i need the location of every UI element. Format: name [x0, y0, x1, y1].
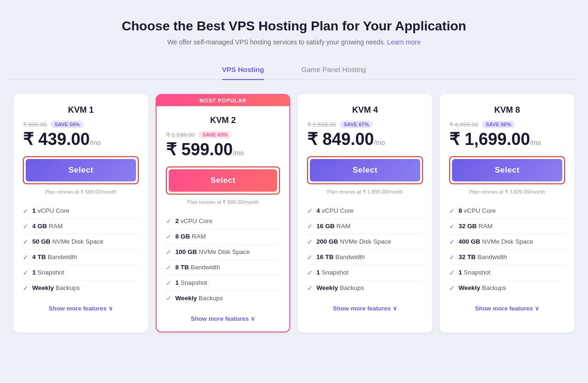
feature-item: ✓ 1 Snapshot — [166, 275, 280, 291]
popular-badge: MOST POPULAR — [157, 95, 289, 106]
feature-item: ✓ 8 vCPU Core — [449, 203, 565, 219]
check-icon: ✓ — [449, 238, 455, 246]
features-list-kvm2: ✓ 2 vCPU Core ✓ 8 GB RAM ✓ 100 GB NVMe D… — [166, 214, 280, 306]
feature-text: 32 TB Bandwidth — [459, 253, 507, 260]
show-more-kvm2[interactable]: Show more features ∨ — [166, 315, 280, 322]
original-price-kvm4: ₹ 2,599.00 — [307, 121, 336, 128]
feature-text: 1 Snapshot — [32, 269, 64, 276]
pricing-row-kvm8: ₹ 4,999.00 SAVE 66% — [449, 121, 565, 128]
check-icon: ✓ — [166, 279, 172, 287]
check-icon: ✓ — [166, 264, 172, 271]
feature-item: ✓ Weekly Backups — [449, 281, 565, 296]
feature-item: ✓ Weekly Backups — [307, 281, 423, 296]
check-icon: ✓ — [166, 217, 172, 225]
feature-item: ✓ 4 TB Bandwidth — [23, 250, 139, 265]
page-header: Choose the Best VPS Hosting Plan for You… — [9, 19, 579, 46]
original-price-kvm8: ₹ 4,999.00 — [449, 121, 478, 128]
check-icon: ✓ — [307, 207, 313, 215]
feature-text: 4 GB RAM — [32, 223, 63, 230]
show-more-kvm1[interactable]: Show more features ∨ — [23, 305, 139, 312]
check-icon: ✓ — [307, 269, 313, 276]
feature-item: ✓ 8 TB Bandwidth — [166, 260, 280, 275]
plan-name-kvm2: KVM 2 — [166, 116, 280, 125]
check-icon: ✓ — [449, 253, 455, 261]
show-more-kvm8[interactable]: Show more features ∨ — [449, 305, 565, 312]
check-icon: ✓ — [166, 295, 172, 302]
plan-name-kvm1: KVM 1 — [23, 105, 139, 115]
feature-item: ✓ 400 GB NVMe Disk Space — [449, 234, 565, 250]
features-list-kvm1: ✓ 1 vCPU Core ✓ 4 GB RAM ✓ 50 GB NVMe Di… — [23, 203, 139, 296]
feature-item: ✓ 4 vCPU Core — [307, 203, 423, 219]
feature-item: ✓ Weekly Backups — [23, 281, 139, 296]
feature-text: Weekly Backups — [175, 295, 223, 302]
feature-text: 400 GB NVMe Disk Space — [459, 238, 533, 245]
feature-text: 4 TB Bandwidth — [32, 253, 77, 260]
check-icon: ✓ — [166, 233, 172, 240]
pricing-row-kvm4: ₹ 2,599.00 SAVE 67% — [307, 121, 423, 128]
feature-text: 1 Snapshot — [316, 269, 348, 276]
plan-card-kvm2: MOST POPULAR KVM 2 ₹ 1,599.00 SAVE 63% ₹… — [156, 94, 290, 332]
feature-item: ✓ 50 GB NVMe Disk Space — [23, 234, 139, 250]
feature-text: 1 Snapshot — [175, 279, 207, 286]
learn-more-link[interactable]: Learn more — [387, 38, 421, 46]
current-price-kvm4: ₹ 849.00/mo — [307, 130, 423, 149]
tab-vps[interactable]: VPS Hosting — [222, 60, 264, 80]
feature-item: ✓ 1 Snapshot — [23, 265, 139, 281]
check-icon: ✓ — [307, 223, 313, 230]
check-icon: ✓ — [449, 269, 455, 276]
check-icon: ✓ — [307, 238, 313, 246]
page-subtitle: We offer self-managed VPS hosting servic… — [9, 38, 579, 46]
feature-text: Weekly Backups — [32, 284, 80, 291]
feature-item: ✓ 2 vCPU Core — [166, 214, 280, 229]
feature-text: 50 GB NVMe Disk Space — [32, 238, 103, 245]
save-badge-kvm1: SAVE 56% — [50, 121, 83, 128]
feature-item: ✓ Weekly Backups — [166, 291, 280, 306]
renews-text-kvm4: Plan renews at ₹ 1,899.00/month — [307, 189, 423, 195]
renews-text-kvm8: Plan renews at ₹ 3,699.00/month — [449, 189, 565, 195]
select-btn-wrapper-kvm1: Select — [23, 156, 139, 184]
plan-card-kvm4: KVM 4 ₹ 2,599.00 SAVE 67% ₹ 849.00/mo Se… — [298, 94, 432, 332]
feature-text: 8 TB Bandwidth — [175, 264, 220, 271]
renews-text-kvm2: Plan renews at ₹ 899.00/month — [166, 199, 280, 205]
tab-game-panel[interactable]: Game Panel Hosting — [301, 60, 366, 80]
select-button-kvm4[interactable]: Select — [310, 159, 420, 181]
select-button-kvm2[interactable]: Select — [169, 169, 277, 192]
check-icon: ✓ — [23, 223, 29, 230]
current-price-kvm2: ₹ 599.00/mo — [166, 140, 280, 159]
select-btn-wrapper-kvm8: Select — [449, 156, 565, 184]
plans-grid: KVM 1 ₹ 999.00 SAVE 56% ₹ 439.00/mo Sele… — [14, 94, 574, 332]
select-btn-wrapper-kvm4: Select — [307, 156, 423, 184]
current-price-kvm8: ₹ 1,699.00/mo — [449, 130, 565, 149]
tabs-container: VPS Hosting Game Panel Hosting — [9, 60, 579, 80]
show-more-kvm4[interactable]: Show more features ∨ — [307, 305, 423, 312]
check-icon: ✓ — [166, 248, 172, 256]
renews-text-kvm1: Plan renews at ₹ 669.00/month — [23, 189, 139, 195]
feature-item: ✓ 32 GB RAM — [449, 219, 565, 234]
feature-text: 1 Snapshot — [459, 269, 490, 276]
check-icon: ✓ — [23, 238, 29, 246]
feature-item: ✓ 1 Snapshot — [449, 265, 565, 281]
feature-text: 2 vCPU Core — [175, 217, 213, 224]
current-price-kvm1: ₹ 439.00/mo — [23, 130, 139, 149]
plan-name-kvm4: KVM 4 — [307, 105, 423, 115]
check-icon: ✓ — [449, 223, 455, 230]
page-title: Choose the Best VPS Hosting Plan for You… — [9, 19, 579, 34]
select-button-kvm1[interactable]: Select — [26, 159, 136, 181]
select-button-kvm8[interactable]: Select — [452, 159, 562, 181]
pricing-row-kvm2: ₹ 1,599.00 SAVE 63% — [166, 131, 280, 138]
check-icon: ✓ — [23, 207, 29, 215]
features-list-kvm4: ✓ 4 vCPU Core ✓ 16 GB RAM ✓ 200 GB NVMe … — [307, 203, 423, 296]
feature-item: ✓ 200 GB NVMe Disk Space — [307, 234, 423, 250]
check-icon: ✓ — [449, 207, 455, 215]
feature-item: ✓ 1 Snapshot — [307, 265, 423, 281]
check-icon: ✓ — [23, 269, 29, 276]
original-price-kvm1: ₹ 999.00 — [23, 121, 47, 128]
feature-text: 8 GB RAM — [175, 233, 206, 240]
feature-item: ✓ 16 TB Bandwidth — [307, 250, 423, 265]
feature-item: ✓ 4 GB RAM — [23, 219, 139, 234]
feature-text: Weekly Backups — [316, 284, 364, 291]
feature-text: 1 vCPU Core — [32, 207, 70, 214]
feature-text: 32 GB RAM — [459, 223, 493, 230]
plan-card-kvm1: KVM 1 ₹ 999.00 SAVE 56% ₹ 439.00/mo Sele… — [14, 94, 148, 332]
original-price-kvm2: ₹ 1,599.00 — [166, 131, 195, 138]
